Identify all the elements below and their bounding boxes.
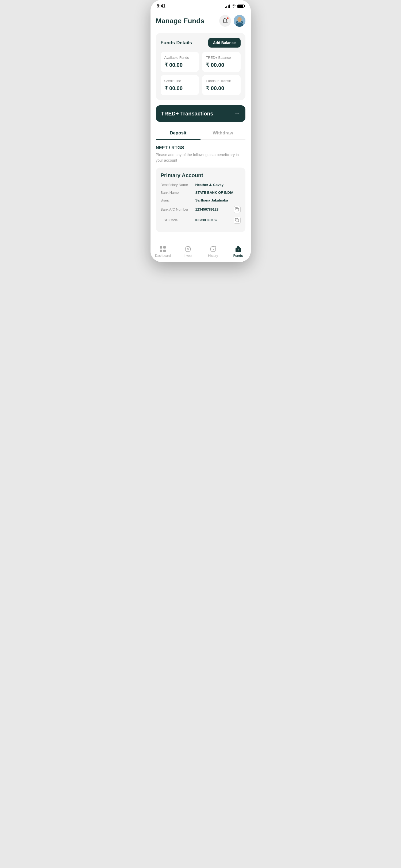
tred-transactions-button[interactable]: TRED+ Transactions → (156, 105, 245, 122)
nav-item-invest[interactable]: $ Invest (175, 245, 201, 258)
notification-button[interactable] (219, 15, 231, 27)
bank-name-value: STATE BANK OF INDIA (195, 190, 241, 194)
svg-rect-7 (236, 219, 239, 222)
page-title: Manage Funds (156, 17, 205, 25)
funds-transit-label: Funds In Transit (206, 79, 237, 83)
funds-card-header: Funds Details Add Balance (161, 38, 241, 48)
phone-frame: 9:41 Manage Funds (151, 0, 251, 262)
add-balance-button[interactable]: Add Balance (208, 38, 241, 48)
notification-dot (227, 17, 229, 19)
ifsc-label: IFSC Code (161, 218, 195, 222)
beneficiary-name-label: Beneficiary Name (161, 183, 195, 187)
available-funds-value: ₹ 00.00 (164, 62, 195, 68)
nav-item-funds[interactable]: $ Funds (226, 245, 251, 258)
battery-icon (237, 4, 244, 8)
history-icon (209, 245, 217, 253)
neft-section: NEFT / RTGS Please add any of the follow… (156, 145, 245, 163)
copy-account-number-button[interactable] (234, 206, 241, 213)
account-row-branch: Branch Sarthana Jakatnaka (161, 198, 241, 202)
svg-point-2 (237, 17, 242, 22)
ifsc-value: IFSC0HFJ159 (195, 218, 234, 222)
bottom-nav: Dashboard $ Invest History (151, 242, 251, 262)
beneficiary-name-value: Heather J. Covey (195, 183, 241, 187)
tred-balance-value: ₹ 00.00 (206, 62, 237, 68)
status-bar: 9:41 (151, 0, 251, 11)
dashboard-nav-label: Dashboard (155, 254, 171, 258)
copy-ifsc-button[interactable] (234, 217, 241, 224)
account-row-beneficiary: Beneficiary Name Heather J. Covey (161, 183, 241, 187)
fund-item-tred: TRED+ Balance ₹ 00.00 (202, 52, 241, 72)
fund-item-credit: Credit Line ₹ 00.00 (161, 75, 199, 95)
svg-rect-6 (236, 209, 239, 211)
funds-card: Funds Details Add Balance Available Fund… (156, 33, 245, 100)
neft-title: NEFT / RTGS (156, 145, 245, 151)
svg-text:$: $ (237, 248, 239, 251)
tred-transactions-label: TRED+ Transactions (161, 111, 213, 117)
account-number-value: 123456789123 (195, 207, 234, 211)
nav-item-dashboard[interactable]: Dashboard (151, 245, 176, 258)
credit-line-label: Credit Line (164, 79, 195, 83)
status-time: 9:41 (157, 4, 165, 8)
funds-icon: $ (235, 245, 242, 253)
funds-card-title: Funds Details (161, 40, 192, 46)
funds-nav-label: Funds (234, 254, 243, 258)
account-number-label: Bank A/C Number (161, 207, 195, 211)
dashboard-icon (159, 245, 166, 253)
account-row-account-number: Bank A/C Number 123456789123 (161, 206, 241, 213)
page-content: Manage Funds (151, 11, 251, 242)
avatar-image (234, 15, 245, 27)
branch-label: Branch (161, 198, 195, 202)
funds-grid: Available Funds ₹ 00.00 TRED+ Balance ₹ … (161, 52, 241, 95)
bank-name-label: Bank Name (161, 190, 195, 194)
fund-item-transit: Funds In Transit ₹ 00.00 (202, 75, 241, 95)
history-nav-label: History (208, 254, 218, 258)
tab-deposit[interactable]: Deposit (156, 127, 201, 140)
svg-text:$: $ (187, 248, 189, 251)
account-row-ifsc: IFSC Code IFSC0HFJ159 (161, 217, 241, 224)
status-icons (225, 4, 244, 8)
available-funds-label: Available Funds (164, 56, 195, 60)
deposit-withdraw-tabs: Deposit Withdraw (156, 127, 245, 140)
primary-account-card: Primary Account Beneficiary Name Heather… (156, 167, 245, 232)
credit-line-value: ₹ 00.00 (164, 85, 195, 91)
invest-icon: $ (184, 245, 192, 253)
tred-balance-label: TRED+ Balance (206, 56, 237, 60)
arrow-right-icon: → (234, 110, 240, 117)
nav-item-history[interactable]: History (201, 245, 226, 258)
header-actions (219, 15, 245, 27)
svg-rect-11 (163, 250, 166, 252)
fund-item-available: Available Funds ₹ 00.00 (161, 52, 199, 72)
neft-description: Please add any of the following as a ben… (156, 152, 245, 163)
branch-value: Sarthana Jakatnaka (195, 198, 241, 202)
page-header: Manage Funds (156, 15, 245, 27)
primary-account-title: Primary Account (161, 173, 241, 179)
svg-rect-10 (160, 250, 162, 252)
signal-bars-icon (225, 4, 230, 8)
svg-rect-8 (160, 246, 162, 249)
tab-withdraw[interactable]: Withdraw (201, 127, 245, 140)
funds-transit-value: ₹ 00.00 (206, 85, 237, 91)
invest-nav-label: Invest (184, 254, 192, 258)
avatar[interactable] (234, 15, 245, 27)
account-row-bank: Bank Name STATE BANK OF INDIA (161, 190, 241, 194)
svg-rect-9 (163, 246, 166, 249)
wifi-icon (232, 4, 236, 8)
